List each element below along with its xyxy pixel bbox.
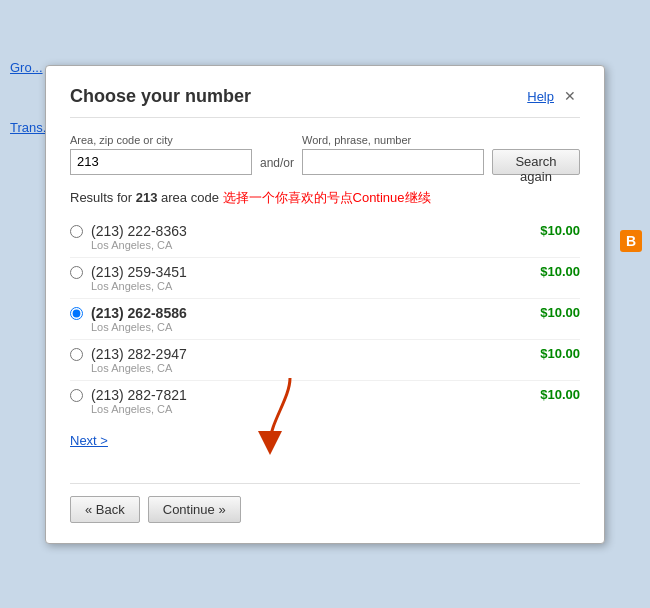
radio-col-4: [70, 348, 83, 364]
price-2: $10.00: [520, 264, 580, 279]
phone-number-4: (213) 282-2947: [91, 346, 520, 362]
radio-col-5: [70, 389, 83, 405]
dialog-header-right: Help ✕: [527, 86, 580, 106]
radio-4[interactable]: [70, 348, 83, 361]
number-details-5: (213) 282-7821 Los Angeles, CA: [91, 387, 520, 415]
radio-col-2: [70, 266, 83, 282]
location-3: Los Angeles, CA: [91, 321, 520, 333]
phone-number-3: (213) 262-8586: [91, 305, 520, 321]
help-link[interactable]: Help: [527, 89, 554, 104]
blog-icon: B: [620, 230, 642, 252]
dialog: Choose your number Help ✕ Area, zip code…: [45, 65, 605, 544]
list-item: (213) 259-3451 Los Angeles, CA $10.00: [70, 258, 580, 299]
radio-3[interactable]: [70, 307, 83, 320]
word-field: Word, phrase, number: [302, 134, 484, 175]
next-arrow-container: Next >: [70, 433, 580, 483]
search-row: Area, zip code or city and/or Word, phra…: [70, 134, 580, 175]
price-5: $10.00: [520, 387, 580, 402]
word-label: Word, phrase, number: [302, 134, 484, 146]
annotation-text: 选择一个你喜欢的号点Continue继续: [223, 190, 431, 205]
next-link[interactable]: Next >: [70, 433, 108, 448]
dialog-title: Choose your number: [70, 86, 251, 107]
radio-col-3: [70, 307, 83, 323]
area-label: Area, zip code or city: [70, 134, 252, 146]
list-item: (213) 262-8586 Los Angeles, CA $10.00: [70, 299, 580, 340]
number-details-4: (213) 282-2947 Los Angeles, CA: [91, 346, 520, 374]
list-item: (213) 282-7821 Los Angeles, CA $10.00: [70, 381, 580, 421]
phone-number-1: (213) 222-8363: [91, 223, 520, 239]
list-item: (213) 282-2947 Los Angeles, CA $10.00: [70, 340, 580, 381]
location-1: Los Angeles, CA: [91, 239, 520, 251]
dialog-footer: « Back Continue »: [70, 483, 580, 523]
results-header: Results for 213 area code 选择一个你喜欢的号点Cont…: [70, 189, 580, 207]
radio-col-1: [70, 225, 83, 241]
continue-button[interactable]: Continue »: [148, 496, 241, 523]
results-suffix: area code: [157, 190, 218, 205]
results-area: 213: [136, 190, 158, 205]
dialog-header: Choose your number Help ✕: [70, 86, 580, 118]
page-background: Gro... Trans... B Choose your number Hel…: [0, 0, 650, 608]
number-list: (213) 222-8363 Los Angeles, CA $10.00 (2…: [70, 217, 580, 421]
price-3: $10.00: [520, 305, 580, 320]
radio-5[interactable]: [70, 389, 83, 402]
andor-label: and/or: [260, 156, 294, 175]
list-item: (213) 222-8363 Los Angeles, CA $10.00: [70, 217, 580, 258]
number-details-1: (213) 222-8363 Los Angeles, CA: [91, 223, 520, 251]
price-1: $10.00: [520, 223, 580, 238]
radio-2[interactable]: [70, 266, 83, 279]
number-details-2: (213) 259-3451 Los Angeles, CA: [91, 264, 520, 292]
location-2: Los Angeles, CA: [91, 280, 520, 292]
word-input[interactable]: [302, 149, 484, 175]
location-5: Los Angeles, CA: [91, 403, 520, 415]
price-4: $10.00: [520, 346, 580, 361]
close-button[interactable]: ✕: [560, 86, 580, 106]
top-link[interactable]: Gro...: [10, 60, 43, 75]
radio-1[interactable]: [70, 225, 83, 238]
results-prefix: Results for: [70, 190, 136, 205]
back-button[interactable]: « Back: [70, 496, 140, 523]
phone-number-5: (213) 282-7821: [91, 387, 520, 403]
phone-number-2: (213) 259-3451: [91, 264, 520, 280]
location-4: Los Angeles, CA: [91, 362, 520, 374]
area-field: Area, zip code or city: [70, 134, 252, 175]
area-input[interactable]: [70, 149, 252, 175]
number-details-3: (213) 262-8586 Los Angeles, CA: [91, 305, 520, 333]
search-again-button[interactable]: Search again: [492, 149, 580, 175]
